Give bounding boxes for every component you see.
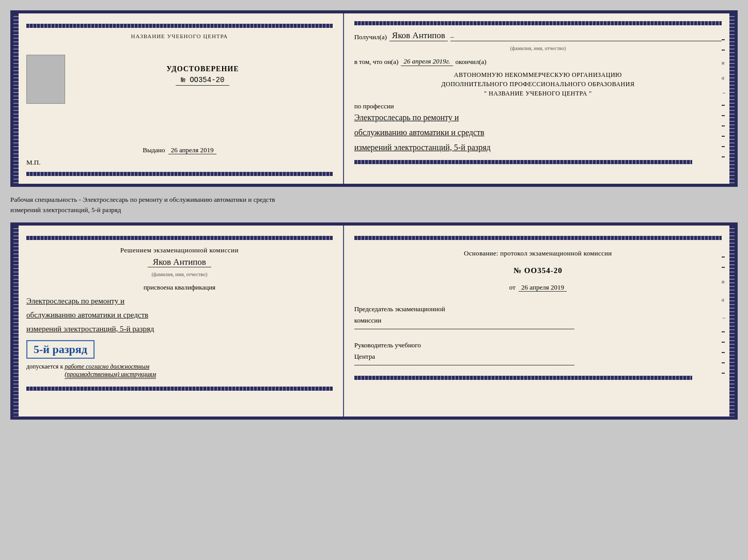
fio-label-top: (фамилия, имя, отчество) (510, 45, 566, 51)
received-name: Яков Антипов (389, 30, 448, 41)
cert-title: УДОСТОВЕРЕНИЕ (166, 65, 239, 73)
qual-line3: измерений электростанций, 5-й разряд (26, 322, 333, 336)
allowed-label: допускается к (26, 363, 63, 371)
cert-left-page: НАЗВАНИЕ УЧЕБНОГО ЦЕНТРА УДОСТОВЕРЕНИЕ №… (19, 13, 344, 184)
org-line1: АВТОНОМНУЮ НЕКОММЕРЧЕСКУЮ ОРГАНИЗАЦИЮ (354, 70, 722, 79)
school-name-left: НАЗВАНИЕ УЧЕБНОГО ЦЕНТРА (131, 33, 228, 39)
profession-label: по профессии (354, 102, 394, 110)
org-line3: " НАЗВАНИЕ УЧЕБНОГО ЦЕНТРА " (354, 89, 722, 98)
received-label: Получил(а) (354, 33, 387, 41)
mp-label: М.П. (26, 158, 40, 167)
org-line2: ДОПОЛНИТЕЛЬНОГО ПРОФЕССИОНАЛЬНОГО ОБРАЗО… (354, 79, 722, 89)
cert-number: № ОО354-20 (176, 75, 229, 86)
allowed-text: работе согласно должностным (производств… (65, 363, 156, 379)
assigned-label: присвоена квалификация (26, 283, 333, 292)
middle-description: Рабочая специальность - Электрослесарь п… (10, 192, 738, 217)
issued-label: Выдано (143, 146, 165, 154)
bottom-date-value: 26 апреля 2019 (519, 283, 567, 292)
profession-line2: обслуживанию автоматики и средств (354, 125, 722, 140)
photo-placeholder (26, 55, 65, 104)
director-label: Руководитель учебного Центра (354, 340, 722, 362)
rank-stamp: 5-й разряд (26, 340, 95, 359)
cert-right-page: Получил(а) Яков Антипов – (фамилия, имя,… (344, 13, 729, 184)
issued-date: 26 апреля 2019 (168, 146, 216, 154)
qual-line2: обслуживанию автоматики и средств (26, 308, 333, 322)
bottom-right-page: Основание: протокол экзаменационной коми… (344, 226, 729, 417)
decision-label: Решением экзаменационной комиссии (26, 246, 333, 254)
basis-label: Основание: протокол экзаменационной коми… (354, 248, 722, 259)
profession-line1: Электрослесарь по ремонту и (354, 110, 722, 125)
qual-line1: Электрослесарь по ремонту и (26, 294, 333, 308)
chairman-label: Председатель экзаменационной комиссии (354, 303, 722, 326)
person-name: Яков Антипов (148, 257, 211, 267)
vtom-label: в том, что он(а) (354, 58, 399, 66)
bottom-left-page: Решением экзаменационной комиссии Яков А… (19, 226, 344, 417)
profession-line3: измерений электростанций, 5-й разряд (354, 140, 722, 155)
protocol-number: № ОО354-20 (513, 266, 563, 275)
finished-label: окончил(а) (456, 58, 487, 66)
date-from-label: от (509, 283, 516, 291)
fio-label-bottom: (фамилия, имя, отчество) (151, 271, 207, 277)
date-value-top: 26 апреля 2019г. (401, 57, 453, 66)
